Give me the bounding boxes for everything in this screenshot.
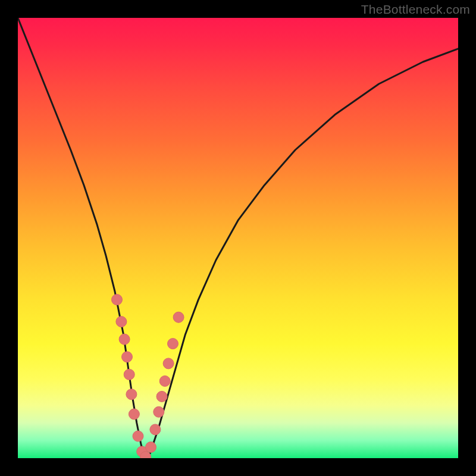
sample-dot bbox=[122, 352, 133, 362]
plot-area bbox=[18, 18, 458, 458]
curve-layer bbox=[18, 18, 458, 458]
sample-dot bbox=[154, 406, 164, 417]
sample-dot bbox=[116, 317, 127, 327]
sample-dot bbox=[146, 442, 156, 453]
sample-dot bbox=[159, 376, 170, 387]
sample-dot bbox=[119, 334, 130, 345]
sample-dot bbox=[168, 339, 178, 349]
sample-dot bbox=[126, 389, 137, 400]
sample-dot bbox=[112, 295, 123, 305]
sample-dot bbox=[150, 424, 161, 435]
bottleneck-curve bbox=[18, 18, 458, 458]
watermark-text: TheBottleneck.com bbox=[361, 2, 470, 17]
sample-dot bbox=[133, 431, 143, 441]
chart-frame: TheBottleneck.com bbox=[0, 0, 476, 476]
sample-dot bbox=[163, 358, 174, 369]
sample-dot bbox=[156, 391, 167, 402]
sample-dot bbox=[173, 312, 184, 322]
sample-dot bbox=[124, 369, 134, 380]
sample-dot bbox=[129, 409, 139, 419]
